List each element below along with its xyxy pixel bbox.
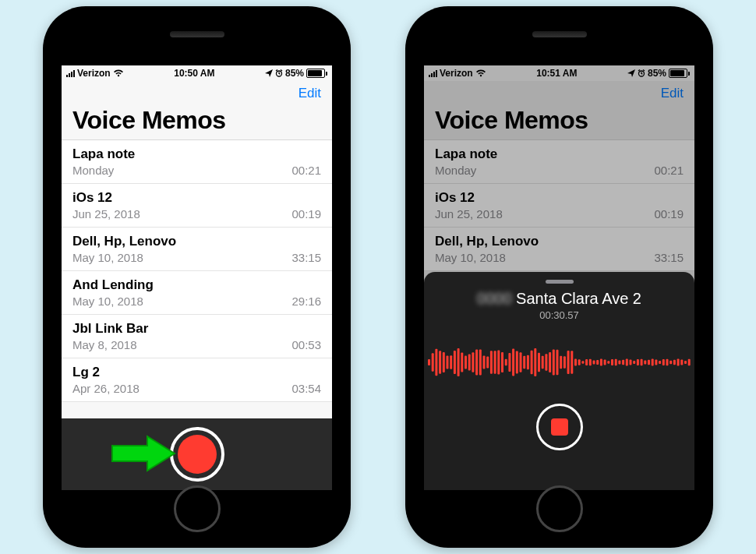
list-item[interactable]: Dell, Hp, Lenovo May 10, 201833:15: [62, 228, 332, 271]
svg-rect-13: [468, 355, 471, 371]
svg-rect-3: [432, 353, 434, 371]
alarm-icon: [275, 69, 283, 77]
svg-rect-40: [567, 351, 570, 374]
svg-rect-26: [516, 351, 518, 373]
battery-pct-label: 85%: [285, 68, 304, 79]
recording-name: 0000 Santa Clara Ave 2: [477, 290, 641, 308]
svg-rect-8: [450, 355, 452, 369]
location-icon: [265, 69, 273, 77]
svg-rect-70: [677, 359, 680, 366]
svg-rect-9: [454, 351, 456, 374]
phone-body: Verizon 10:50 AM 85% Edit Voice Memos La…: [48, 11, 346, 543]
svg-rect-62: [648, 360, 650, 365]
svg-rect-73: [688, 359, 691, 365]
memo-date: Apr 26, 2018: [72, 382, 140, 395]
svg-rect-10: [457, 348, 460, 376]
svg-rect-38: [560, 356, 562, 369]
svg-rect-36: [553, 350, 555, 376]
screen-left: Verizon 10:50 AM 85% Edit Voice Memos La…: [62, 65, 332, 490]
svg-rect-54: [618, 361, 620, 365]
record-icon: [178, 435, 217, 474]
memo-title: Lg 2: [72, 365, 321, 380]
svg-rect-61: [644, 361, 646, 365]
memo-duration: 29:16: [291, 295, 321, 308]
svg-rect-21: [497, 350, 500, 374]
svg-rect-51: [607, 361, 609, 364]
home-button[interactable]: [174, 485, 221, 532]
memo-title: Jbl Link Bar: [72, 321, 321, 337]
svg-rect-48: [596, 360, 599, 365]
earpiece-speaker: [532, 31, 587, 37]
memo-title: Lapa note: [72, 146, 321, 162]
svg-rect-17: [483, 355, 486, 369]
page-title: Voice Memos: [62, 106, 332, 139]
svg-rect-37: [556, 350, 559, 375]
svg-rect-49: [600, 359, 602, 366]
memo-date: Monday: [72, 164, 114, 177]
memo-duration: 00:21: [291, 164, 321, 177]
svg-rect-23: [505, 359, 507, 366]
memo-title: Dell, Hp, Lenovo: [72, 234, 321, 249]
svg-rect-63: [652, 359, 654, 366]
svg-rect-27: [520, 352, 522, 372]
record-button[interactable]: [170, 427, 224, 482]
svg-rect-6: [443, 352, 445, 372]
sheet-grabber[interactable]: [546, 280, 574, 284]
svg-rect-58: [633, 361, 635, 364]
svg-rect-42: [574, 359, 577, 366]
list-item[interactable]: Jbl Link Bar May 8, 201800:53: [62, 315, 332, 358]
memo-duration: 03:54: [291, 382, 321, 395]
phone-right: Verizon 10:51 AM 85% Edit Voice Memos La…: [405, 6, 713, 548]
svg-rect-11: [461, 352, 463, 372]
svg-rect-57: [630, 359, 632, 365]
waveform-icon: [424, 335, 694, 390]
svg-rect-41: [571, 351, 573, 374]
memo-list[interactable]: Lapa note Monday00:21 iOs 12 Jun 25, 201…: [62, 139, 332, 402]
list-item[interactable]: And Lending May 10, 201829:16: [62, 271, 332, 315]
list-item[interactable]: Lapa note Monday00:21: [62, 140, 332, 184]
memo-title: iOs 12: [72, 190, 321, 206]
svg-rect-19: [490, 351, 493, 373]
svg-rect-43: [578, 359, 581, 365]
svg-rect-20: [494, 351, 496, 374]
svg-rect-72: [684, 361, 687, 364]
svg-rect-64: [655, 359, 657, 365]
list-item[interactable]: iOs 12 Jun 25, 201800:19: [62, 184, 332, 228]
svg-rect-18: [486, 357, 489, 369]
svg-rect-29: [527, 355, 529, 369]
svg-rect-56: [626, 359, 628, 366]
svg-rect-65: [659, 361, 661, 364]
wifi-icon: [113, 69, 124, 77]
svg-rect-71: [680, 359, 683, 365]
svg-rect-30: [531, 351, 533, 375]
stop-button[interactable]: [536, 404, 583, 450]
svg-rect-22: [501, 352, 503, 372]
memo-duration: 00:53: [291, 338, 321, 351]
home-button[interactable]: [536, 485, 583, 532]
svg-rect-55: [622, 360, 624, 365]
svg-rect-2: [428, 359, 430, 365]
svg-rect-4: [435, 349, 437, 376]
battery-icon: [306, 69, 327, 78]
record-toolbar: [62, 418, 332, 490]
phone-body: Verizon 10:51 AM 85% Edit Voice Memos La…: [410, 11, 708, 543]
svg-rect-12: [465, 355, 467, 369]
svg-rect-69: [673, 360, 676, 365]
svg-rect-59: [637, 359, 639, 365]
svg-rect-15: [475, 350, 478, 376]
list-item[interactable]: Lg 2 Apr 26, 201803:54: [62, 358, 332, 402]
svg-rect-35: [549, 352, 551, 372]
stop-icon: [551, 418, 568, 436]
svg-rect-45: [585, 359, 588, 365]
svg-rect-68: [669, 361, 672, 365]
memo-date: May 10, 2018: [72, 295, 143, 308]
recording-sheet[interactable]: 0000 Santa Clara Ave 2 00:30.57: [424, 272, 694, 490]
memo-duration: 00:19: [291, 207, 321, 221]
carrier-label: Verizon: [77, 68, 111, 79]
recording-elapsed: 00:30.57: [539, 309, 579, 321]
status-bar: Verizon 10:50 AM 85%: [62, 65, 332, 81]
edit-button[interactable]: Edit: [299, 86, 321, 101]
svg-rect-46: [589, 359, 592, 366]
svg-rect-50: [604, 359, 606, 365]
svg-rect-7: [447, 355, 449, 369]
